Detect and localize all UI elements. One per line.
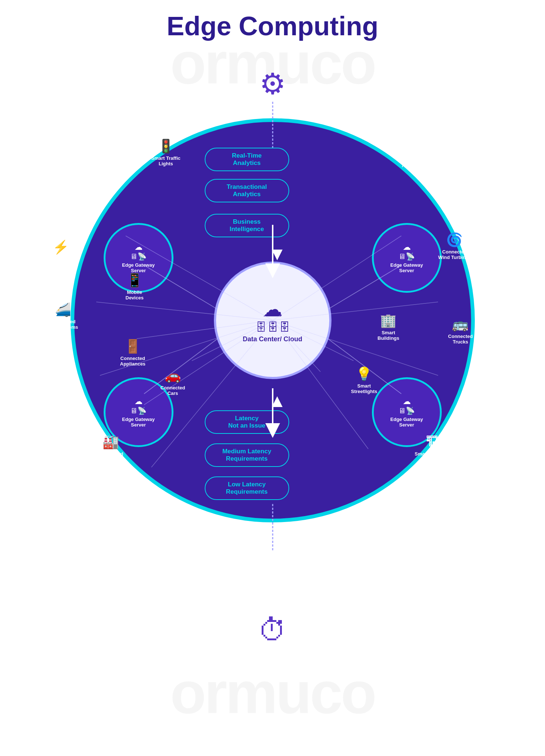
- connected-trucks-label: ConnectedTrucks: [448, 334, 473, 345]
- diagram-container: ⚙: [52, 45, 493, 669]
- business-intelligence-box: BusinessIntelligence: [205, 214, 289, 237]
- business-intelligence-label: BusinessIntelligence: [230, 218, 264, 233]
- connected-appliances-label: ConnectedAppliances: [120, 356, 146, 367]
- gateway-network-icon-r: 🖥📡: [398, 252, 415, 261]
- smart-buildings-label: SmartBuildings: [377, 330, 399, 341]
- connected-trucks: 🚌 ConnectedTrucks: [448, 317, 473, 345]
- gateway-cloud-icon-br: ☁: [403, 397, 411, 406]
- cloud-icon: ☁: [262, 298, 283, 321]
- real-time-analytics-box: Real-TimeAnalytics: [205, 148, 289, 171]
- center-label: Data Center/ Cloud: [243, 335, 302, 343]
- gear-icon: ⚙: [259, 67, 286, 101]
- connected-wind-turbines: 🌀 ConnectedWind Turbines: [438, 232, 471, 260]
- smart-buildings: 🏢 SmartBuildings: [377, 313, 399, 341]
- up-arrow: ▲: [268, 390, 287, 411]
- smart-factories-label: Smart Factories: [415, 451, 451, 457]
- connected-rail-systems: 🚄 ConnectedRail Systems: [49, 302, 78, 330]
- appliances-icon: 🚪: [125, 339, 141, 354]
- gateway-top-right-label: Edge GatewayServer: [390, 262, 423, 273]
- oil-platform-icon: 🏭: [103, 434, 119, 450]
- smart-traffic-lights: 🚦 Smart TrafficLights: [151, 138, 180, 166]
- airplane-icon: ✈: [407, 140, 418, 156]
- gateway-top-right: ☁ 🖥📡 Edge GatewayServer: [372, 223, 442, 293]
- smart-grid-icon: ⚡: [53, 240, 69, 255]
- low-latency-label: Low LatencyRequirements: [226, 481, 268, 495]
- low-latency-box: Low LatencyRequirements: [205, 476, 289, 500]
- latency-not-issue-label: LatencyNot an Issue: [228, 415, 265, 429]
- mobile-devices-label: MobileDevices: [126, 289, 144, 300]
- car-icon: 🚗: [165, 368, 181, 384]
- smart-grid: ⚡ Smart Grid: [49, 240, 73, 262]
- connected-oil-platforms: 🏭 ConnectedOil Platforms: [96, 434, 126, 462]
- transactional-analytics-box: TransactionalAnalytics: [205, 179, 289, 202]
- gateway-cloud-icon-bl: ☁: [135, 397, 143, 406]
- factory-icon: 🏗: [426, 434, 439, 450]
- gateway-bottom-left-label: Edge GatewayServer: [122, 417, 155, 428]
- connected-airplanes-label: ConnectedAirplanes: [400, 157, 425, 168]
- mobile-icon: 📱: [126, 273, 143, 288]
- connected-cars: 🚗 ConnectedCars: [161, 368, 185, 396]
- center-circle: ☁ 🗄🗄🗄 Data Center/ Cloud: [214, 262, 331, 379]
- page-title: Edge Computing: [0, 0, 545, 45]
- medium-latency-label: Medium LatencyRequirements: [222, 448, 271, 462]
- transactional-analytics-label: TransactionalAnalytics: [227, 183, 267, 198]
- connected-cars-label: ConnectedCars: [161, 385, 185, 396]
- real-time-analytics-label: Real-TimeAnalytics: [232, 152, 262, 166]
- connected-airplanes: ✈ ConnectedAirplanes: [400, 140, 425, 168]
- gateway-top-left-label: Edge GatewayServer: [122, 262, 155, 273]
- medium-latency-box: Medium LatencyRequirements: [205, 443, 289, 467]
- smart-grid-label: Smart Grid: [49, 256, 73, 262]
- connected-wind-turbines-label: ConnectedWind Turbines: [438, 249, 471, 260]
- streetlight-icon: 💡: [356, 366, 372, 382]
- buildings-icon: 🏢: [380, 313, 397, 328]
- gateway-bottom-right-label: Edge GatewayServer: [390, 417, 423, 428]
- smart-traffic-lights-label: Smart TrafficLights: [151, 155, 180, 166]
- mobile-devices: 📱 MobileDevices: [126, 273, 144, 300]
- connected-appliances: 🚪 ConnectedAppliances: [120, 339, 146, 367]
- gateway-network-icon-br: 🖥📡: [398, 406, 415, 415]
- gateway-network-icon-bl: 🖥📡: [130, 406, 147, 415]
- truck-icon: 🚌: [452, 317, 469, 332]
- outer-ring: ☁ 🗄🗄🗄 Data Center/ Cloud Real-TimeAnalyt…: [71, 118, 475, 522]
- gateway-cloud-icon-r: ☁: [403, 242, 411, 252]
- smart-streetlights-label: SmartStreetlights: [351, 383, 377, 394]
- timer-icon: ⏱: [258, 613, 287, 647]
- traffic-light-icon: 🚦: [158, 138, 174, 154]
- smart-factories: 🏗 Smart Factories: [415, 434, 451, 457]
- connected-oil-platforms-label: ConnectedOil Platforms: [96, 451, 126, 462]
- latency-not-issue-box: LatencyNot an Issue: [205, 410, 289, 434]
- rail-icon: 🚄: [55, 302, 71, 317]
- smart-streetlights: 💡 SmartStreetlights: [351, 366, 377, 394]
- gateway-network-icon: 🖥📡: [130, 252, 147, 261]
- database-icon: 🗄🗄🗄: [255, 321, 290, 334]
- wind-turbine-icon: 🌀: [446, 232, 463, 248]
- connected-rail-systems-label: ConnectedRail Systems: [49, 319, 78, 330]
- gateway-cloud-icon: ☁: [135, 242, 143, 252]
